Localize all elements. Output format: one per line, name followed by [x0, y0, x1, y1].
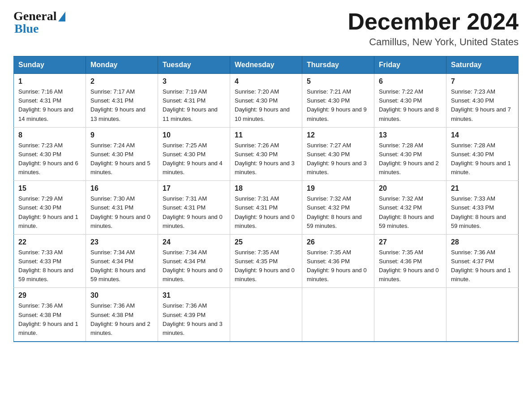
table-row: 14 Sunrise: 7:28 AMSunset: 4:30 PMDaylig…: [446, 127, 519, 181]
day-number: 18: [235, 184, 297, 193]
day-number: 29: [18, 291, 81, 300]
page-header: General Blue December 2024 Camillus, New…: [13, 9, 519, 48]
header-sunday: Sunday: [14, 56, 86, 74]
day-info: Sunrise: 7:31 AMSunset: 4:31 PMDaylight:…: [163, 194, 225, 231]
day-number: 4: [235, 77, 297, 86]
header-wednesday: Wednesday: [230, 56, 302, 74]
table-row: 20 Sunrise: 7:32 AMSunset: 4:32 PMDaylig…: [374, 181, 446, 235]
day-number: 28: [451, 238, 514, 246]
day-info: Sunrise: 7:30 AMSunset: 4:31 PMDaylight:…: [90, 194, 153, 231]
calendar-table: Sunday Monday Tuesday Wednesday Thursday…: [13, 56, 519, 342]
day-number: 31: [163, 291, 225, 300]
day-number: 27: [379, 238, 442, 246]
day-info: Sunrise: 7:32 AMSunset: 4:32 PMDaylight:…: [307, 194, 369, 231]
table-row: 13 Sunrise: 7:28 AMSunset: 4:30 PMDaylig…: [374, 127, 446, 181]
table-row: 29 Sunrise: 7:36 AMSunset: 4:38 PMDaylig…: [14, 288, 86, 342]
day-number: 23: [90, 238, 153, 246]
day-info: Sunrise: 7:35 AMSunset: 4:36 PMDaylight:…: [379, 248, 442, 284]
table-row: 27 Sunrise: 7:35 AMSunset: 4:36 PMDaylig…: [374, 234, 446, 288]
location-subtitle: Camillus, New York, United States: [348, 36, 519, 48]
table-row: 12 Sunrise: 7:27 AMSunset: 4:30 PMDaylig…: [302, 127, 374, 181]
day-info: Sunrise: 7:32 AMSunset: 4:32 PMDaylight:…: [379, 194, 442, 231]
day-info: Sunrise: 7:35 AMSunset: 4:35 PMDaylight:…: [235, 248, 297, 284]
day-info: Sunrise: 7:36 AMSunset: 4:38 PMDaylight:…: [90, 301, 153, 338]
day-info: Sunrise: 7:34 AMSunset: 4:34 PMDaylight:…: [163, 248, 225, 284]
day-number: 6: [379, 77, 442, 86]
day-number: 10: [163, 131, 225, 139]
header-friday: Friday: [374, 56, 446, 74]
table-row: 31 Sunrise: 7:36 AMSunset: 4:39 PMDaylig…: [158, 288, 230, 342]
table-row: 1 Sunrise: 7:16 AMSunset: 4:31 PMDayligh…: [14, 74, 86, 128]
table-row: 23 Sunrise: 7:34 AMSunset: 4:34 PMDaylig…: [86, 234, 158, 288]
day-number: 16: [90, 184, 153, 193]
table-row: 5 Sunrise: 7:21 AMSunset: 4:30 PMDayligh…: [302, 74, 374, 128]
header-monday: Monday: [86, 56, 158, 74]
day-info: Sunrise: 7:22 AMSunset: 4:30 PMDaylight:…: [379, 87, 442, 124]
day-number: 8: [18, 131, 81, 139]
day-number: 24: [163, 238, 225, 246]
table-row: [446, 288, 519, 342]
table-row: 28 Sunrise: 7:36 AMSunset: 4:37 PMDaylig…: [446, 234, 519, 288]
day-number: 1: [18, 77, 81, 86]
table-row: [374, 288, 446, 342]
day-number: 17: [163, 184, 225, 193]
day-info: Sunrise: 7:33 AMSunset: 4:33 PMDaylight:…: [18, 248, 81, 284]
day-number: 12: [307, 131, 369, 139]
day-info: Sunrise: 7:28 AMSunset: 4:30 PMDaylight:…: [451, 141, 514, 177]
table-row: 3 Sunrise: 7:19 AMSunset: 4:31 PMDayligh…: [158, 74, 230, 128]
table-row: 2 Sunrise: 7:17 AMSunset: 4:31 PMDayligh…: [86, 74, 158, 128]
day-number: 21: [451, 184, 514, 193]
calendar-body: 1 Sunrise: 7:16 AMSunset: 4:31 PMDayligh…: [14, 74, 519, 342]
table-row: 8 Sunrise: 7:23 AMSunset: 4:30 PMDayligh…: [14, 127, 86, 181]
day-info: Sunrise: 7:23 AMSunset: 4:30 PMDaylight:…: [18, 141, 81, 177]
logo-triangle-icon: [58, 12, 65, 21]
day-info: Sunrise: 7:26 AMSunset: 4:30 PMDaylight:…: [235, 141, 297, 177]
day-number: 9: [90, 131, 153, 139]
calendar-header: Sunday Monday Tuesday Wednesday Thursday…: [14, 56, 519, 74]
day-number: 22: [18, 238, 81, 246]
table-row: 26 Sunrise: 7:35 AMSunset: 4:36 PMDaylig…: [302, 234, 374, 288]
day-info: Sunrise: 7:36 AMSunset: 4:39 PMDaylight:…: [163, 301, 225, 338]
day-number: 25: [235, 238, 297, 246]
day-info: Sunrise: 7:29 AMSunset: 4:30 PMDaylight:…: [18, 194, 81, 231]
logo: General Blue: [13, 9, 65, 36]
table-row: 25 Sunrise: 7:35 AMSunset: 4:35 PMDaylig…: [230, 234, 302, 288]
day-number: 26: [307, 238, 369, 246]
logo-blue-text: Blue: [13, 21, 39, 36]
header-thursday: Thursday: [302, 56, 374, 74]
table-row: 22 Sunrise: 7:33 AMSunset: 4:33 PMDaylig…: [14, 234, 86, 288]
day-info: Sunrise: 7:20 AMSunset: 4:30 PMDaylight:…: [235, 87, 297, 124]
day-number: 15: [18, 184, 81, 193]
month-title: December 2024: [348, 9, 519, 34]
day-number: 7: [451, 77, 514, 86]
day-number: 3: [163, 77, 225, 86]
day-number: 14: [451, 131, 514, 139]
day-info: Sunrise: 7:36 AMSunset: 4:37 PMDaylight:…: [451, 248, 514, 284]
day-info: Sunrise: 7:23 AMSunset: 4:30 PMDaylight:…: [451, 87, 514, 124]
day-number: 19: [307, 184, 369, 193]
day-info: Sunrise: 7:17 AMSunset: 4:31 PMDaylight:…: [90, 87, 153, 124]
table-row: 9 Sunrise: 7:24 AMSunset: 4:30 PMDayligh…: [86, 127, 158, 181]
header-tuesday: Tuesday: [158, 56, 230, 74]
table-row: 21 Sunrise: 7:33 AMSunset: 4:33 PMDaylig…: [446, 181, 519, 235]
day-info: Sunrise: 7:36 AMSunset: 4:38 PMDaylight:…: [18, 301, 81, 338]
day-info: Sunrise: 7:19 AMSunset: 4:31 PMDaylight:…: [163, 87, 225, 124]
day-info: Sunrise: 7:21 AMSunset: 4:30 PMDaylight:…: [307, 87, 369, 124]
table-row: 18 Sunrise: 7:31 AMSunset: 4:31 PMDaylig…: [230, 181, 302, 235]
table-row: 30 Sunrise: 7:36 AMSunset: 4:38 PMDaylig…: [86, 288, 158, 342]
day-number: 5: [307, 77, 369, 86]
table-row: 11 Sunrise: 7:26 AMSunset: 4:30 PMDaylig…: [230, 127, 302, 181]
table-row: 15 Sunrise: 7:29 AMSunset: 4:30 PMDaylig…: [14, 181, 86, 235]
table-row: 10 Sunrise: 7:25 AMSunset: 4:30 PMDaylig…: [158, 127, 230, 181]
table-row: 24 Sunrise: 7:34 AMSunset: 4:34 PMDaylig…: [158, 234, 230, 288]
day-info: Sunrise: 7:16 AMSunset: 4:31 PMDaylight:…: [18, 87, 81, 124]
table-row: 7 Sunrise: 7:23 AMSunset: 4:30 PMDayligh…: [446, 74, 519, 128]
header-saturday: Saturday: [446, 56, 519, 74]
day-info: Sunrise: 7:24 AMSunset: 4:30 PMDaylight:…: [90, 141, 153, 177]
day-number: 11: [235, 131, 297, 139]
table-row: [302, 288, 374, 342]
day-number: 2: [90, 77, 153, 86]
title-block: December 2024 Camillus, New York, United…: [348, 9, 519, 48]
table-row: 16 Sunrise: 7:30 AMSunset: 4:31 PMDaylig…: [86, 181, 158, 235]
day-info: Sunrise: 7:35 AMSunset: 4:36 PMDaylight:…: [307, 248, 369, 284]
